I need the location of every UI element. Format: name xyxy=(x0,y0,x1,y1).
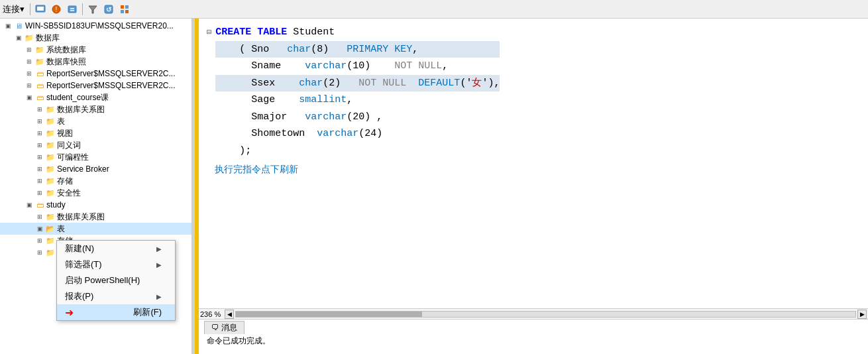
svg-rect-10 xyxy=(121,5,124,9)
sc-tables-expander[interactable]: ⊞ xyxy=(34,116,45,127)
menu-item-new[interactable]: 新建(N) ▶ xyxy=(57,241,175,257)
sc-sec-expander[interactable]: ⊞ xyxy=(34,188,45,198)
tree-sc-procs[interactable]: ⊞ 📁 可编程性 xyxy=(0,151,191,163)
menu-item-report[interactable]: 报表(P) ▶ xyxy=(57,288,175,304)
toolbar-btn-2[interactable]: ! xyxy=(49,2,64,17)
study-tables-expander[interactable]: ▣ xyxy=(34,223,45,234)
svg-rect-1 xyxy=(37,7,44,11)
toolbar-sep1 xyxy=(30,3,30,15)
system-dbs-label: 系统数据库 xyxy=(46,44,86,56)
sc-broker-expander[interactable]: ⊞ xyxy=(34,164,45,174)
tree-sc-security[interactable]: ⊞ 📁 安全性 xyxy=(0,187,191,199)
collapse-button[interactable]: ⊟ xyxy=(207,26,211,39)
pk-keyword: PRIMARY KEY xyxy=(347,44,412,55)
sc-storage-expander[interactable]: ⊞ xyxy=(34,176,45,186)
menu-item-filter[interactable]: 筛选器(T) ▶ xyxy=(57,257,175,272)
col-sname: Sname xyxy=(251,60,281,72)
toolbar-btn-filter[interactable] xyxy=(85,2,100,17)
tree-student-course[interactable]: ▣ 🗃 student_course课 xyxy=(0,91,191,103)
rs2-expander[interactable]: ⊞ xyxy=(24,80,34,91)
sc-tables-label: 表 xyxy=(57,116,65,127)
tree-snapshots[interactable]: ⊞ 📁 数据库快照 xyxy=(0,56,191,68)
menu-arrow-filter: ▶ xyxy=(156,261,162,268)
scroll-left-btn[interactable]: ◀ xyxy=(225,310,234,319)
context-menu: 新建(N) ▶ 筛选器(T) ▶ 启动 PowerShell(H) 报表(P) … xyxy=(56,240,176,321)
right-panel: ⊟ CREATE TABLE Student ( Sno char(8) PRI… xyxy=(199,19,868,354)
output-tab-messages[interactable]: 🗨 消息 xyxy=(204,321,244,334)
tree-sc-tables[interactable]: ⊞ 📁 表 xyxy=(0,115,191,127)
study-diag-expander[interactable]: ⊞ xyxy=(34,211,45,222)
tree-system-dbs[interactable]: ⊞ 📁 系统数据库 xyxy=(0,44,191,56)
menu-item-powershell[interactable]: 启动 PowerShell(H) xyxy=(57,272,175,288)
tree-study[interactable]: ▣ 🗃 study xyxy=(0,199,191,211)
study-expander[interactable]: ▣ xyxy=(24,200,34,210)
rs2-icon: 🗃 xyxy=(34,80,45,91)
rs2-label: ReportServer$MSSQLSERVER2C... xyxy=(46,81,176,90)
code-block-create: ⊟ CREATE TABLE Student ( Sno char(8) PRI… xyxy=(207,24,860,159)
table-name: Student xyxy=(293,27,335,38)
tree-server-node[interactable]: ▣ 🖥 WIN-SB5SID183UF\MSSQLSERVER20... xyxy=(0,20,191,32)
tree-study-tables[interactable]: ▣ 📂 表 xyxy=(0,223,191,235)
system-dbs-expander[interactable]: ⊞ xyxy=(24,44,34,55)
sc-expander[interactable]: ▣ xyxy=(24,92,34,103)
menu-item-refresh[interactable]: ➜ 刷新(F) xyxy=(57,304,175,320)
menu-label-powershell: 启动 PowerShell(H) xyxy=(65,274,140,286)
scroll-track[interactable] xyxy=(235,311,856,318)
toolbar-connect-label[interactable]: 连接▾ xyxy=(3,3,25,15)
system-dbs-icon: 📁 xyxy=(34,44,45,55)
col-shometown: Shometown xyxy=(251,128,305,139)
study-storage-expander[interactable]: ⊞ xyxy=(34,235,45,246)
tree-reportserver1[interactable]: ⊞ 🗃 ReportServer$MSSQLSERVER2C... xyxy=(0,68,191,80)
type-shometown: varchar xyxy=(317,128,358,139)
tree-sc-views[interactable]: ⊞ 📁 视图 xyxy=(0,127,191,139)
tree-study-diagrams[interactable]: ⊞ 📁 数据库关系图 xyxy=(0,211,191,223)
svg-rect-4 xyxy=(68,6,76,13)
output-area: 🗨 消息 命令已成功完成。 xyxy=(199,319,868,354)
sc-broker-icon: 📁 xyxy=(45,164,56,174)
svg-text:↺: ↺ xyxy=(106,6,112,13)
code-line-4: Ssex char(2) NOT NULL DEFAULT('女'), xyxy=(215,75,500,92)
tree-sc-synonyms[interactable]: ⊞ 📁 同义词 xyxy=(0,139,191,151)
code-line-1: CREATE TABLE Student xyxy=(215,24,500,41)
study-security-expander[interactable]: ⊞ xyxy=(34,247,45,258)
sc-syn-expander[interactable]: ⊞ xyxy=(34,140,45,150)
tree-sc-storage[interactable]: ⊞ 📁 存储 xyxy=(0,175,191,187)
menu-label-refresh: 刷新(F) xyxy=(133,306,162,318)
hint-text: 执行完指令点下刷新 xyxy=(207,159,860,180)
tree-databases[interactable]: ▣ 📁 数据库 xyxy=(0,32,191,44)
study-diag-label: 数据库关系图 xyxy=(57,211,105,223)
type-smajor: varchar xyxy=(305,111,347,123)
zoom-label: 236 % xyxy=(200,310,221,318)
sc-syn-label: 同义词 xyxy=(57,140,81,151)
toolbar-btn-4[interactable]: ↺ xyxy=(101,2,116,17)
svg-marker-7 xyxy=(89,6,97,13)
menu-arrow-new: ▶ xyxy=(156,245,162,253)
snapshots-expander[interactable]: ⊞ xyxy=(24,56,34,67)
toolbar-btn-1[interactable] xyxy=(33,2,48,17)
sc-views-expander[interactable]: ⊞ xyxy=(34,128,45,139)
sc-sec-label: 安全性 xyxy=(57,188,81,199)
sc-storage-icon: 📁 xyxy=(45,176,56,186)
horizontal-scrollbar[interactable]: 236 % ◀ ▶ xyxy=(199,308,868,319)
sc-views-label: 视图 xyxy=(57,128,73,139)
toolbar-btn-3[interactable] xyxy=(65,2,80,17)
scroll-right-btn[interactable]: ▶ xyxy=(857,310,867,319)
type-ssex: char xyxy=(299,78,323,89)
tree-sc-diagrams[interactable]: ⊞ 📁 数据库关系图 xyxy=(0,103,191,115)
rs1-expander[interactable]: ⊞ xyxy=(24,68,34,79)
tree-sc-broker[interactable]: ⊞ 📁 Service Broker xyxy=(0,163,191,175)
toolbar-btn-5[interactable] xyxy=(117,2,132,17)
type-sname: varchar xyxy=(305,60,347,72)
study-icon: 🗃 xyxy=(34,200,45,210)
code-editor[interactable]: ⊟ CREATE TABLE Student ( Sno char(8) PRI… xyxy=(199,19,868,308)
study-tables-icon: 📂 xyxy=(45,223,56,234)
sc-diag-expander[interactable]: ⊞ xyxy=(34,104,45,115)
code-line-7: Shometown varchar(24) xyxy=(215,125,500,143)
databases-expander[interactable]: ▣ xyxy=(13,32,24,43)
rs1-label: ReportServer$MSSQLSERVER2C... xyxy=(46,69,176,78)
databases-label: 数据库 xyxy=(36,32,60,44)
sc-proc-expander[interactable]: ⊞ xyxy=(34,152,45,162)
code-line-5: Sage smallint, xyxy=(215,91,500,109)
server-expander[interactable]: ▣ xyxy=(3,21,13,31)
tree-reportserver2[interactable]: ⊞ 🗃 ReportServer$MSSQLSERVER2C... xyxy=(0,80,191,91)
